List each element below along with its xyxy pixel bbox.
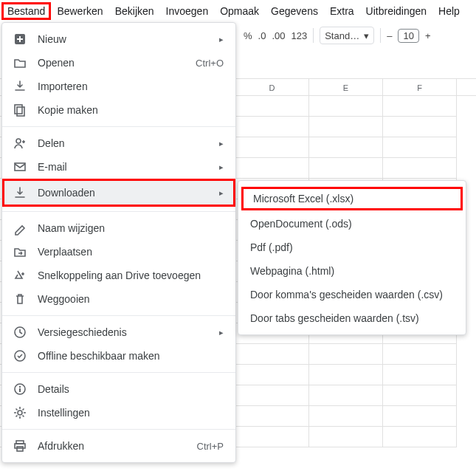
format-percent-button[interactable]: % bbox=[244, 30, 252, 41]
font-size-input[interactable]: 10 bbox=[398, 29, 418, 43]
submenu-arrow-icon: ▸ bbox=[219, 188, 224, 198]
file-menu: Nieuw▸OpenenCtrl+OImporterenKopie makenD… bbox=[1, 22, 236, 463]
font-selector[interactable]: Stand… ▾ bbox=[320, 27, 374, 44]
menu-divider bbox=[2, 126, 235, 127]
drive-add-icon bbox=[13, 268, 27, 283]
menu-item-label: Details bbox=[38, 383, 224, 395]
menu-item-label: Verplaatsen bbox=[38, 246, 224, 258]
menu-item-e-mail[interactable]: E-mail▸ bbox=[2, 155, 235, 179]
menu-item-naam-wijzigen[interactable]: Naam wijzigen bbox=[2, 216, 235, 240]
menu-uitbreidingen[interactable]: Uitbreidingen bbox=[360, 2, 433, 20]
column-header[interactable]: D bbox=[235, 79, 309, 95]
column-header[interactable]: F bbox=[383, 79, 457, 95]
submenu-item[interactable]: OpenDocument (.ods) bbox=[238, 212, 466, 236]
submenu-item[interactable]: Webpagina (.html) bbox=[238, 259, 466, 283]
decrease-decimals-button[interactable]: .0 bbox=[258, 30, 266, 41]
menu-item-afdrukken[interactable]: AfdrukkenCtrl+P bbox=[2, 434, 235, 458]
download-icon bbox=[13, 185, 27, 200]
menu-item-label: Importeren bbox=[38, 80, 224, 92]
menu-item-label: Afdrukken bbox=[38, 440, 187, 452]
menu-divider bbox=[2, 315, 235, 316]
menu-invoegen[interactable]: Invoegen bbox=[160, 2, 215, 20]
submenu-arrow-icon: ▸ bbox=[219, 328, 224, 337]
menu-item-label: Versiegeschiedenis bbox=[38, 326, 209, 338]
gear-icon bbox=[13, 405, 27, 420]
menu-divider bbox=[2, 372, 235, 373]
menu-item-label: Delen bbox=[38, 137, 209, 149]
chevron-down-icon: ▾ bbox=[364, 30, 369, 41]
toolbar-separator bbox=[380, 28, 381, 43]
print-icon bbox=[13, 439, 27, 453]
menu-opmaak[interactable]: Opmaak bbox=[214, 2, 265, 20]
menu-item-instellingen[interactable]: Instellingen bbox=[2, 401, 235, 425]
menu-bekijken[interactable]: Bekijken bbox=[109, 2, 160, 20]
menu-item-label: Snelkoppeling aan Drive toevoegen bbox=[38, 269, 224, 281]
menu-item-label: Naam wijzigen bbox=[38, 222, 224, 234]
menu-bewerken[interactable]: Bewerken bbox=[51, 2, 108, 20]
number-format-button[interactable]: 123 bbox=[291, 30, 307, 41]
menu-item-label: Offline beschikbaar maken bbox=[38, 350, 224, 362]
download-submenu: Microsoft Excel (.xlsx)OpenDocument (.od… bbox=[238, 180, 466, 335]
submenu-arrow-icon: ▸ bbox=[219, 139, 224, 148]
folder-open-icon bbox=[13, 55, 27, 70]
font-size-increase-button[interactable]: + bbox=[425, 30, 431, 41]
history-icon bbox=[13, 325, 27, 340]
menu-item-importeren[interactable]: Importeren bbox=[2, 75, 235, 98]
menu-item-snelkoppeling-aan-drive-toevoegen[interactable]: Snelkoppeling aan Drive toevoegen bbox=[2, 264, 235, 287]
menu-item-shortcut: Ctrl+P bbox=[197, 441, 224, 452]
menu-bestand[interactable]: Bestand bbox=[1, 2, 51, 20]
increase-decimals-button[interactable]: .00 bbox=[272, 30, 285, 41]
menu-item-versiegeschiedenis[interactable]: Versiegeschiedenis▸ bbox=[2, 320, 235, 344]
copy-icon bbox=[13, 103, 27, 117]
pencil-icon bbox=[13, 221, 27, 236]
submenu-item[interactable]: Microsoft Excel (.xlsx) bbox=[241, 187, 463, 210]
menu-item-kopie-maken[interactable]: Kopie maken bbox=[2, 98, 235, 122]
menu-item-offline-beschikbaar-maken[interactable]: Offline beschikbaar maken bbox=[2, 344, 235, 368]
menu-item-label: Kopie maken bbox=[38, 104, 224, 116]
menu-item-label: Weggooien bbox=[38, 293, 224, 305]
menu-extra[interactable]: Extra bbox=[324, 2, 360, 20]
submenu-arrow-icon: ▸ bbox=[219, 35, 224, 44]
menu-item-verplaatsen[interactable]: Verplaatsen bbox=[2, 240, 235, 264]
menu-item-label: Instellingen bbox=[38, 407, 224, 419]
toolbar-separator bbox=[313, 28, 314, 43]
menu-help[interactable]: Help bbox=[432, 2, 466, 20]
menu-item-label: Nieuw bbox=[38, 33, 209, 45]
info-icon bbox=[13, 382, 27, 396]
menu-item-label: Openen bbox=[38, 57, 185, 69]
mail-icon bbox=[13, 159, 27, 174]
font-size-decrease-button[interactable]: – bbox=[387, 30, 392, 41]
submenu-arrow-icon: ▸ bbox=[219, 162, 224, 172]
submenu-item[interactable]: Door tabs gescheiden waarden (.tsv) bbox=[238, 306, 466, 330]
menu-item-shortcut: Ctrl+O bbox=[196, 58, 224, 69]
menu-item-weggooien[interactable]: Weggooien bbox=[2, 287, 235, 311]
menu-gegevens[interactable]: Gegevens bbox=[265, 2, 324, 20]
offline-icon bbox=[13, 348, 27, 363]
submenu-item[interactable]: Pdf (.pdf) bbox=[238, 236, 466, 259]
menubar: Bestand Bewerken Bekijken Invoegen Opmaa… bbox=[0, 0, 476, 22]
menu-item-downloaden[interactable]: Downloaden▸ bbox=[2, 179, 235, 207]
menu-divider bbox=[2, 429, 235, 430]
menu-item-label: E-mail bbox=[38, 161, 209, 173]
trash-icon bbox=[13, 292, 27, 306]
import-icon bbox=[13, 79, 27, 94]
menu-item-label: Downloaden bbox=[38, 187, 209, 199]
menu-item-nieuw[interactable]: Nieuw▸ bbox=[2, 27, 235, 51]
font-selector-label: Stand… bbox=[325, 30, 359, 41]
menu-divider bbox=[2, 211, 235, 212]
submenu-item[interactable]: Door komma's gescheiden waarden (.csv) bbox=[238, 283, 466, 306]
plus-box-icon bbox=[13, 32, 27, 47]
menu-item-delen[interactable]: Delen▸ bbox=[2, 131, 235, 155]
folder-move-icon bbox=[13, 244, 27, 259]
menu-item-openen[interactable]: OpenenCtrl+O bbox=[2, 51, 235, 75]
column-header[interactable]: E bbox=[309, 79, 383, 95]
menu-item-details[interactable]: Details bbox=[2, 377, 235, 401]
person-plus-icon bbox=[13, 136, 27, 151]
